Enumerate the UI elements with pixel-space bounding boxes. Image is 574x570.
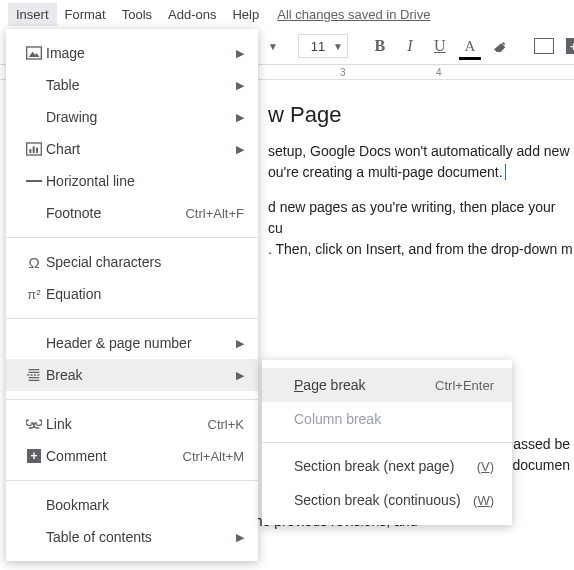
chevron-right-icon: ▶ — [236, 79, 244, 92]
dropdown-caret-icon[interactable]: ▼ — [268, 41, 278, 52]
submenu-section-break-next[interactable]: Section break (next page) (V) — [262, 449, 512, 483]
svg-rect-0 — [27, 47, 42, 59]
menu-help[interactable]: Help — [224, 3, 267, 26]
text-color-button[interactable]: A — [458, 34, 482, 58]
omega-icon: Ω — [22, 254, 46, 271]
image-icon — [22, 46, 46, 60]
chevron-right-icon: ▶ — [236, 111, 244, 124]
svg-rect-3 — [29, 149, 31, 153]
chevron-right-icon: ▶ — [236, 143, 244, 156]
heading: w Page — [268, 98, 574, 131]
menu-item-table[interactable]: Table ▶ — [6, 69, 258, 101]
text-cursor — [505, 164, 506, 180]
insert-image-button[interactable] — [532, 34, 556, 58]
submenu-column-break: Column break — [262, 402, 512, 436]
menu-format[interactable]: Format — [57, 3, 114, 26]
chevron-right-icon: ▶ — [236, 47, 244, 60]
menu-item-link[interactable]: Link Ctrl+K — [6, 408, 258, 440]
italic-button[interactable]: I — [398, 34, 422, 58]
menu-bar: Insert Format Tools Add-ons Help All cha… — [0, 0, 574, 28]
add-button[interactable]: + — [562, 34, 574, 58]
menu-item-break[interactable]: Break ▶ — [6, 359, 258, 391]
font-size-value: 11 — [303, 39, 333, 54]
menu-item-chart[interactable]: Chart ▶ — [6, 133, 258, 165]
svg-marker-1 — [29, 52, 40, 57]
ruler-tick: 3 — [340, 67, 346, 78]
menu-divider — [6, 399, 258, 400]
paragraph: d new pages as you're writing, then plac… — [268, 197, 574, 260]
highlight-button[interactable] — [488, 34, 512, 58]
menu-divider — [6, 237, 258, 238]
break-submenu: Page break Ctrl+Enter Column break Secti… — [262, 360, 512, 525]
menu-divider — [262, 442, 512, 443]
menu-addons[interactable]: Add-ons — [160, 3, 224, 26]
paragraph: setup, Google Docs won't automatically a… — [268, 141, 574, 183]
menu-divider — [6, 318, 258, 319]
menu-item-horizontal-line[interactable]: Horizontal line — [6, 165, 258, 197]
chevron-right-icon: ▶ — [236, 369, 244, 382]
ruler-tick: 4 — [436, 67, 442, 78]
insert-menu: Image ▶ Table ▶ Drawing ▶ Chart ▶ Horizo… — [6, 29, 258, 561]
submenu-page-break[interactable]: Page break Ctrl+Enter — [262, 368, 512, 402]
menu-item-special-chars[interactable]: Ω Special characters — [6, 246, 258, 278]
pi-icon: π² — [22, 287, 46, 302]
menu-item-toc[interactable]: Table of contents ▶ — [6, 521, 258, 553]
menu-item-drawing[interactable]: Drawing ▶ — [6, 101, 258, 133]
menu-insert[interactable]: Insert — [8, 3, 57, 26]
menu-item-bookmark[interactable]: Bookmark — [6, 489, 258, 521]
svg-rect-4 — [33, 146, 35, 153]
menu-item-image[interactable]: Image ▶ — [6, 37, 258, 69]
menu-divider — [6, 480, 258, 481]
svg-rect-5 — [36, 148, 38, 153]
menu-item-header-page-number[interactable]: Header & page number ▶ — [6, 327, 258, 359]
link-icon — [22, 419, 46, 429]
chevron-down-icon: ▼ — [333, 41, 343, 52]
horizontal-line-icon — [22, 179, 46, 183]
underline-button[interactable]: U — [428, 34, 452, 58]
font-size-stepper[interactable]: 11 ▼ — [298, 34, 348, 58]
comment-plus-icon: + — [22, 449, 46, 463]
break-icon — [22, 367, 46, 383]
menu-item-footnote[interactable]: Footnote Ctrl+Alt+F — [6, 197, 258, 229]
chevron-right-icon: ▶ — [236, 531, 244, 544]
chevron-right-icon: ▶ — [236, 337, 244, 350]
menu-item-equation[interactable]: π² Equation — [6, 278, 258, 310]
menu-tools[interactable]: Tools — [114, 3, 160, 26]
chart-icon — [22, 142, 46, 156]
menu-item-comment[interactable]: + Comment Ctrl+Alt+M — [6, 440, 258, 472]
bold-button[interactable]: B — [368, 34, 392, 58]
save-status-link[interactable]: All changes saved in Drive — [277, 7, 430, 22]
submenu-section-break-continuous[interactable]: Section break (continuous) (W) — [262, 483, 512, 517]
